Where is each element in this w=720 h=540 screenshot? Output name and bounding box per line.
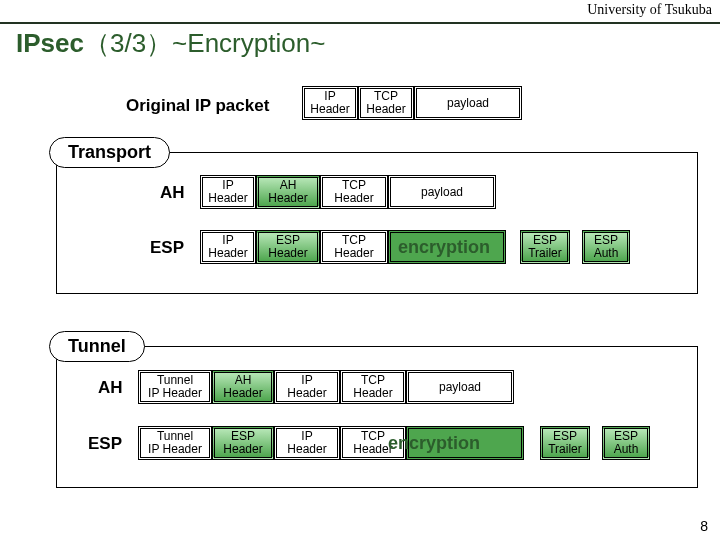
field-tunnel-ah-payload: payload	[406, 370, 514, 404]
section-tunnel: Tunnel	[56, 346, 698, 488]
label-transport-esp: ESP	[150, 238, 184, 258]
label-tunnel-esp: ESP	[88, 434, 122, 454]
field-transport-ah-tcpheader: TCPHeader	[320, 175, 388, 209]
label-transport-ah: AH	[160, 183, 185, 203]
section-transport: Transport	[56, 152, 698, 294]
field-tunnel-esp-tunnelip: TunnelIP Header	[138, 426, 212, 460]
text-encryption-tunnel: encryption	[388, 433, 480, 454]
title-ipsec: IPsec	[16, 28, 84, 58]
field-tunnel-ah-ahheader: AHHeader	[212, 370, 274, 404]
section-label-tunnel: Tunnel	[49, 331, 145, 362]
field-tcp-header: TCPHeader	[358, 86, 414, 120]
university-name: University of Tsukuba	[587, 2, 712, 18]
section-label-transport: Transport	[49, 137, 170, 168]
field-tunnel-ah-ipheader: IPHeader	[274, 370, 340, 404]
field-tunnel-esp-auth: ESPAuth	[602, 426, 650, 460]
field-transport-ah-payload: payload	[388, 175, 496, 209]
field-transport-ah-ahheader: AHHeader	[256, 175, 320, 209]
field-tunnel-ah-tunnelip: TunnelIP Header	[138, 370, 212, 404]
field-transport-esp-espheader: ESPHeader	[256, 230, 320, 264]
field-payload: payload	[414, 86, 522, 120]
slide-title: IPsec（3/3）~Encryption~	[16, 26, 325, 61]
field-tunnel-ah-tcpheader: TCPHeader	[340, 370, 406, 404]
title-subtitle: ~Encryption~	[172, 28, 325, 58]
field-tunnel-esp-trailer: ESPTrailer	[540, 426, 590, 460]
field-tunnel-esp-espheader: ESPHeader	[212, 426, 274, 460]
field-transport-esp-tcpheader: TCPHeader	[320, 230, 388, 264]
label-original-ip-packet: Original IP packet	[126, 96, 269, 116]
page-number: 8	[700, 518, 708, 534]
field-transport-esp-auth: ESPAuth	[582, 230, 630, 264]
text-encryption-transport: encryption	[398, 237, 490, 258]
field-ip-header: IPHeader	[302, 86, 358, 120]
label-tunnel-ah: AH	[98, 378, 123, 398]
field-transport-esp-trailer: ESPTrailer	[520, 230, 570, 264]
field-transport-ah-ipheader: IPHeader	[200, 175, 256, 209]
slide-page: University of Tsukuba IPsec（3/3）~Encrypt…	[0, 0, 720, 540]
field-transport-esp-ipheader: IPHeader	[200, 230, 256, 264]
title-underline	[0, 22, 720, 24]
title-index: （3/3）	[84, 28, 172, 58]
field-tunnel-esp-ipheader: IPHeader	[274, 426, 340, 460]
